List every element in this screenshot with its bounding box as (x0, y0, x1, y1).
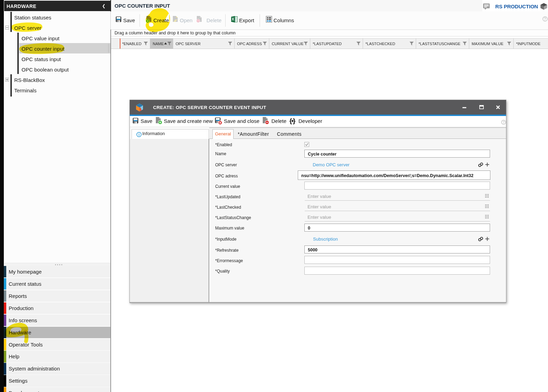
svg-text:X: X (232, 17, 234, 21)
